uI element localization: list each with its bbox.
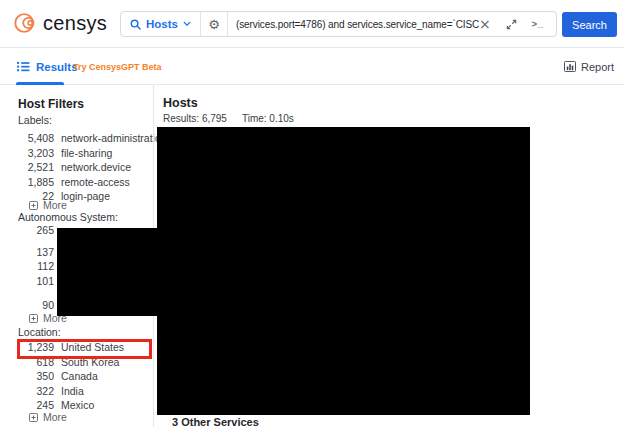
- censys-search-page: censys Hosts ⚙ (serv: [0, 0, 624, 427]
- query-settings-button[interactable]: ⚙: [201, 12, 228, 36]
- filter-count: 2,521: [18, 161, 54, 173]
- terminal-icon[interactable]: >_: [532, 19, 544, 29]
- top-header: censys Hosts ⚙ (serv: [0, 0, 624, 48]
- filter-row[interactable]: 2,521 network.device: [18, 160, 153, 175]
- location-section-title: Location:: [18, 326, 61, 338]
- chevron-down-icon: [183, 21, 191, 27]
- filter-count: 350: [18, 370, 54, 382]
- censys-logo-icon: [12, 9, 40, 37]
- filter-row[interactable]: 350 Canada: [18, 369, 153, 384]
- scope-dropdown-label: Hosts: [146, 18, 178, 30]
- results-time: Time: 0.10s: [242, 113, 294, 124]
- more-label: More: [43, 411, 67, 423]
- filter-label: network.device: [61, 161, 131, 173]
- censys-wordmark: censys: [43, 12, 107, 35]
- search-icon: [130, 19, 141, 30]
- filter-label: file-sharing: [61, 147, 112, 159]
- gear-icon: ⚙: [208, 18, 220, 31]
- more-icon: [29, 413, 38, 422]
- filter-row[interactable]: 1,885 remote-access: [18, 175, 153, 190]
- more-icon: [29, 201, 38, 210]
- labels-more-button[interactable]: More: [29, 199, 67, 211]
- filter-label: login-page: [61, 190, 110, 202]
- scope-dropdown[interactable]: Hosts: [121, 12, 201, 36]
- filter-row[interactable]: 322 India: [18, 384, 153, 399]
- filter-row[interactable]: 3,203 file-sharing: [18, 146, 153, 161]
- filter-label: India: [61, 385, 84, 397]
- redaction-box-main: [157, 127, 530, 415]
- filter-count: 112: [18, 260, 54, 272]
- annotation-highlight-box: [17, 339, 152, 359]
- search-bar: Hosts ⚙ (services.port=4786) and service…: [120, 11, 557, 37]
- clear-query-icon[interactable]: ×: [479, 17, 491, 31]
- filter-count: 137: [18, 246, 54, 258]
- results-panel-title: Hosts: [163, 96, 198, 110]
- other-services-label: 3 Other Services: [172, 416, 259, 427]
- list-icon: [17, 61, 30, 72]
- query-input[interactable]: (services.port=4786) and services.servic…: [228, 19, 479, 30]
- expand-editor-icon[interactable]: [506, 19, 517, 30]
- search-button[interactable]: Search: [562, 12, 617, 37]
- sidebar-title: Host Filters: [18, 97, 84, 111]
- results-tabbar: Results Try CensysGPT Beta Report: [0, 49, 624, 85]
- more-label: More: [43, 199, 67, 211]
- labels-section-title: Labels:: [18, 114, 52, 126]
- filter-count: 5,408: [18, 132, 54, 144]
- tab-results[interactable]: Results: [17, 49, 78, 84]
- report-chart-icon: [564, 61, 576, 72]
- filter-count: 245: [18, 399, 54, 411]
- results-count: Results: 6,795: [163, 113, 227, 124]
- labels-list: 5,408 network-administration 3,203 file-…: [18, 131, 153, 204]
- filter-label: remote-access: [61, 176, 130, 188]
- filter-count: 322: [18, 385, 54, 397]
- filter-row[interactable]: 5,408 network-administration: [18, 131, 153, 146]
- query-input-actions: × >_: [479, 17, 556, 31]
- location-more-button[interactable]: More: [29, 411, 67, 423]
- censys-logo[interactable]: censys: [12, 9, 107, 37]
- report-button[interactable]: Report: [564, 49, 614, 84]
- filter-count: 101: [18, 275, 54, 287]
- report-button-label: Report: [581, 61, 614, 73]
- filter-count: 3,203: [18, 147, 54, 159]
- results-meta: Results: 6,795 Time: 0.10s: [163, 113, 294, 124]
- filter-label: Canada: [61, 370, 98, 382]
- filter-count: 265: [18, 224, 54, 236]
- filter-label: Mexico: [61, 399, 94, 411]
- tab-results-label: Results: [36, 61, 78, 73]
- filter-count: 90: [18, 299, 54, 311]
- filter-count: 1,885: [18, 176, 54, 188]
- as-section-title: Autonomous System:: [18, 211, 118, 223]
- tab-censysgpt[interactable]: Try CensysGPT Beta: [73, 49, 162, 84]
- more-icon: [29, 314, 38, 323]
- filter-label: network-administration: [61, 132, 167, 144]
- redaction-box-sidebar: [57, 228, 160, 316]
